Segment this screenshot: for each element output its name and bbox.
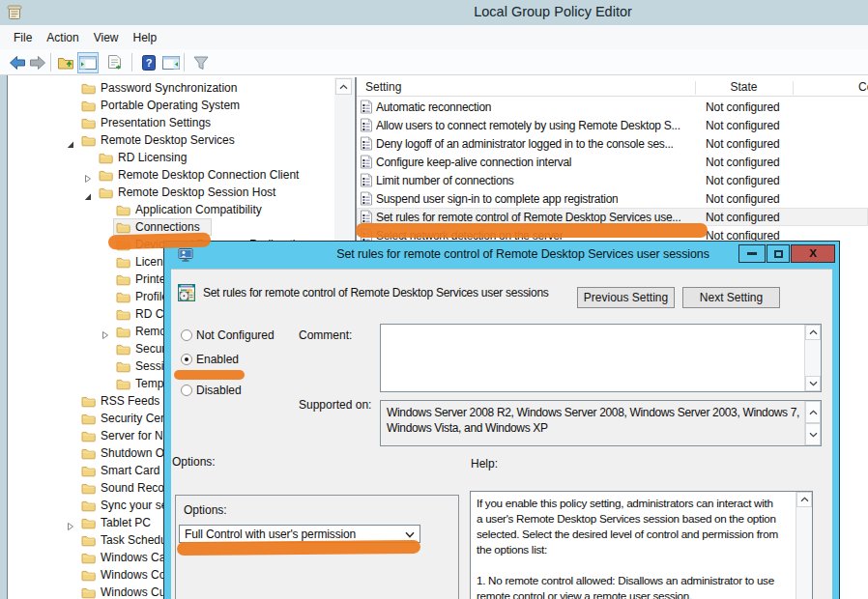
chevron-up-icon bbox=[339, 84, 348, 90]
list-header: Setting State Comment bbox=[357, 78, 868, 97]
show-console-tree-icon[interactable] bbox=[77, 52, 99, 73]
forward-arrow-icon[interactable] bbox=[27, 52, 48, 73]
up-one-level-icon[interactable] bbox=[56, 52, 77, 73]
svg-text:?: ? bbox=[146, 57, 153, 69]
chevron-down-icon bbox=[405, 531, 415, 538]
dialog-titlebar: Set rules for remote control of Remote D… bbox=[164, 242, 839, 269]
tree-item-label: Connections bbox=[135, 220, 200, 234]
column-header-setting[interactable]: Setting bbox=[365, 80, 401, 94]
policy-setting-icon bbox=[178, 284, 195, 301]
window-title: Local Group Policy Editor bbox=[474, 4, 632, 19]
setting-state: Not configured bbox=[706, 100, 780, 114]
chevron-up-icon bbox=[800, 497, 809, 502]
enabled-radio-mark bbox=[174, 370, 245, 380]
setting-name: Set rules for remote control of Remote D… bbox=[203, 286, 549, 300]
setting-row-2[interactable]: Allow users to connect remotely by using… bbox=[357, 116, 868, 134]
setting-row-6[interactable]: Suspend user sign-in to complete app reg… bbox=[357, 189, 868, 208]
tree-item-label: Password Synchronization bbox=[101, 81, 237, 95]
supported-on-label: Supported on: bbox=[299, 398, 371, 412]
window-frame-left bbox=[0, 75, 8, 599]
gpedit-scroll-icon bbox=[7, 5, 22, 20]
tree-item-label: Presentation Settings bbox=[101, 116, 211, 129]
scroll-up-button[interactable] bbox=[796, 492, 812, 507]
tree-item-label: Tablet PC bbox=[101, 516, 151, 529]
dropdown-value: Full Control with user's permission bbox=[185, 528, 356, 541]
tree-connections-mark bbox=[108, 233, 211, 250]
tree-item-label: Remote Desktop Services bbox=[101, 133, 235, 147]
menu-bar: FileActionViewHelp bbox=[0, 25, 868, 49]
setting-row-1[interactable]: Automatic reconnectionNot configured bbox=[357, 98, 868, 116]
window-titlebar: Local Group Policy Editor bbox=[0, 0, 868, 25]
tree-item-password-synchronization[interactable]: Password Synchronization bbox=[9, 79, 334, 97]
help-icon[interactable]: ? bbox=[138, 52, 159, 73]
maximize-button[interactable] bbox=[767, 244, 790, 263]
scroll-down-button[interactable] bbox=[805, 376, 821, 391]
back-arrow-icon[interactable] bbox=[7, 52, 28, 73]
setting-row-3[interactable]: Deny logoff of an administrator logged i… bbox=[357, 134, 868, 153]
list-row-mark bbox=[356, 223, 708, 238]
next-setting-button[interactable]: Next Setting bbox=[682, 287, 780, 308]
close-button[interactable]: X bbox=[791, 244, 835, 263]
supported-scrollbar[interactable] bbox=[804, 401, 821, 445]
tree-item-remote-desktop-services[interactable]: Remote Desktop Services bbox=[9, 131, 334, 149]
setting-state: Not configured bbox=[706, 192, 780, 206]
toolbar-separator bbox=[184, 53, 185, 71]
scroll-up-button[interactable] bbox=[805, 401, 821, 423]
menu-file[interactable]: File bbox=[14, 31, 32, 44]
dialog-title: Set rules for remote control of Remote D… bbox=[336, 247, 709, 261]
menu-action[interactable]: Action bbox=[46, 31, 78, 44]
tree-item-rd-licensing[interactable]: RD Licensing bbox=[9, 149, 334, 166]
toolbar-separator bbox=[50, 53, 51, 71]
column-divider[interactable] bbox=[793, 81, 794, 95]
toolbar-separator bbox=[131, 53, 132, 71]
options-dropdown-mark bbox=[177, 540, 420, 556]
tree-item-portable-operating-system[interactable]: Portable Operating System bbox=[9, 97, 334, 114]
menu-view[interactable]: View bbox=[94, 31, 119, 44]
setting-name: Deny logoff of an administrator logged i… bbox=[376, 137, 674, 151]
setting-state: Not configured bbox=[706, 119, 780, 132]
scroll-down-button[interactable] bbox=[805, 423, 821, 445]
tree-item-label: Remote Desktop Session Host bbox=[118, 185, 275, 199]
radio-circle[interactable] bbox=[181, 354, 192, 365]
supported-on-box[interactable]: Windows Server 2008 R2, Windows Server 2… bbox=[380, 400, 822, 446]
minimize-button[interactable] bbox=[738, 244, 766, 263]
tree-scrollbar-up-button[interactable] bbox=[335, 78, 352, 95]
previous-setting-button[interactable]: Previous Setting bbox=[577, 287, 675, 308]
export-list-icon[interactable] bbox=[104, 52, 126, 73]
filter-icon[interactable] bbox=[190, 52, 212, 73]
column-header-state[interactable]: State bbox=[695, 80, 793, 94]
radio-circle[interactable] bbox=[181, 385, 192, 396]
setting-state: Not configured bbox=[706, 174, 780, 187]
setting-state: Not configured bbox=[706, 211, 780, 224]
radio-circle[interactable] bbox=[181, 329, 192, 341]
options-inner-label: Options: bbox=[184, 503, 227, 517]
setting-name: Limit number of connections bbox=[376, 174, 514, 187]
column-divider[interactable] bbox=[695, 81, 696, 95]
setting-row-5[interactable]: Limit number of connectionsNot configure… bbox=[357, 171, 868, 189]
comment-scrollbar[interactable] bbox=[804, 325, 821, 391]
toolbar: ? bbox=[0, 49, 868, 75]
chevron-down-icon bbox=[809, 381, 818, 386]
tree-item-remote-desktop-connection-client[interactable]: Remote Desktop Connection Client bbox=[9, 166, 334, 184]
help-scrollbar[interactable] bbox=[796, 492, 812, 599]
chevron-up-icon bbox=[809, 329, 818, 335]
scroll-up-button[interactable] bbox=[805, 325, 821, 340]
tree-item-remote-desktop-session-host[interactable]: Remote Desktop Session Host bbox=[9, 184, 334, 201]
folder-icon bbox=[81, 585, 96, 599]
column-header-comment[interactable]: Comment bbox=[793, 80, 868, 94]
tree-item-application-compatibility[interactable]: Application Compatibility bbox=[9, 201, 334, 218]
setting-name: Configure keep-alive connection interval bbox=[376, 156, 571, 169]
tree-item-label: Smart Card bbox=[101, 464, 159, 477]
help-text: If you enable this policy setting, admin… bbox=[477, 496, 794, 599]
show-action-pane-icon[interactable] bbox=[160, 52, 182, 73]
setting-name: Set rules for remote control of Remote D… bbox=[376, 211, 680, 224]
tree-item-label: RSS Feeds bbox=[101, 394, 159, 408]
comment-textbox[interactable] bbox=[380, 324, 822, 392]
local-group-policy-editor-window: Local Group Policy Editor FileActionView… bbox=[0, 0, 868, 599]
setting-row-4[interactable]: Configure keep-alive connection interval… bbox=[357, 153, 868, 171]
tree-item-presentation-settings[interactable]: Presentation Settings bbox=[9, 114, 334, 131]
tree-item-label: RD Licensing bbox=[118, 151, 187, 164]
tree-item-label: Portable Operating System bbox=[101, 99, 240, 112]
menu-help[interactable]: Help bbox=[133, 31, 158, 44]
help-textbox[interactable]: If you enable this policy setting, admin… bbox=[470, 491, 813, 599]
